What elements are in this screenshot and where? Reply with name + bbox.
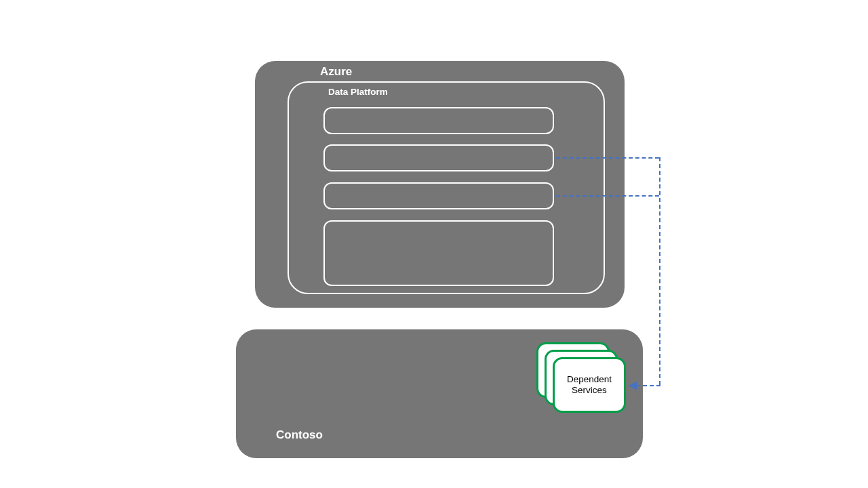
connector-arrowhead-icon	[629, 382, 637, 390]
platform-slot-4	[323, 220, 554, 286]
platform-slot-1	[323, 107, 554, 134]
dependent-services-label: Dependent Services	[555, 359, 624, 411]
platform-slot-3	[323, 182, 554, 209]
connector-segment	[556, 157, 659, 159]
data-platform-label: Data Platform	[328, 87, 388, 97]
azure-label: Azure	[320, 65, 352, 79]
connector-segment	[556, 195, 659, 197]
platform-slot-2	[323, 144, 554, 171]
contoso-label: Contoso	[276, 428, 323, 442]
diagram-canvas: Azure Data Platform Contoso Dependent Se…	[0, 0, 868, 488]
connector-segment	[636, 385, 660, 386]
connector-segment	[659, 157, 660, 385]
dependent-services-card-front: Dependent Services	[553, 357, 626, 413]
